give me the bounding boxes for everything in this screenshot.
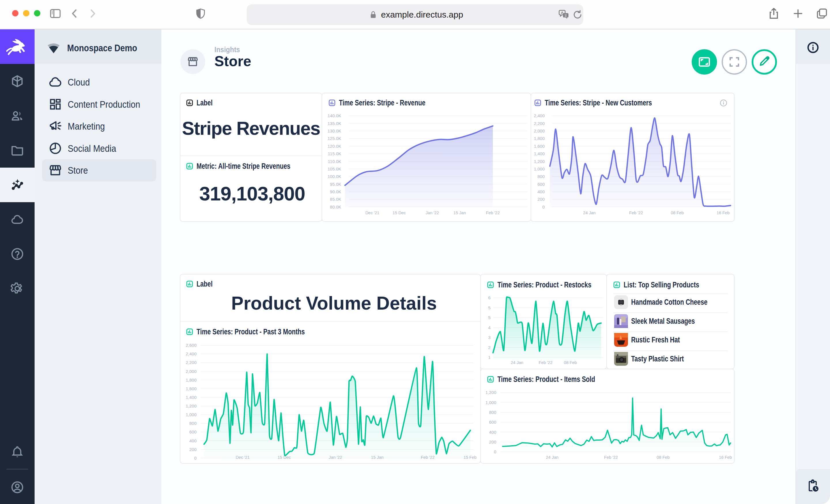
svg-text:文: 文 [564, 13, 568, 18]
